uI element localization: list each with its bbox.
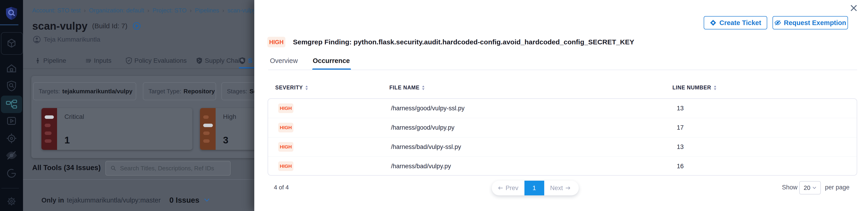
settings-gear-icon[interactable] [0,196,23,207]
file-name-cell: /harness/good/vulpy-ssl.py [391,105,465,112]
eye-off-icon [774,20,781,26]
all-tools-heading: All Tools (34 Issues) [32,164,100,172]
line-number-cell: 17 [677,124,684,131]
finding-details-drawer: Create Ticket Request Exemption HIGH Sem… [254,0,868,211]
close-icon[interactable] [848,2,860,14]
column-header-severity[interactable]: Severity [275,84,308,91]
target-type-filter-dropdown[interactable]: Target Type:Repository [143,82,216,100]
line-number-cell: 16 [677,163,684,170]
breadcrumb-separator: › [190,7,192,14]
tab-policy-evaluations[interactable]: Policy Evaluations [126,57,187,64]
rerun-build-icon[interactable] [132,22,141,31]
app-root: Account: STO test › Organization: defaul… [0,0,868,211]
breadcrumb: Account: STO test › Organization: defaul… [32,7,256,14]
column-header-line-number[interactable]: Line Number [673,84,717,91]
baseline-target: tejakummarikuntla/vulpy:master [67,197,161,204]
severity-card-label: High [223,113,236,120]
prev-page-button[interactable]: Prev [492,181,524,196]
high-bars-icon [200,108,216,150]
severity-card-count: 3 [223,135,228,146]
file-name-cell: /harness/good/vulpy.py [391,124,455,131]
expand-chevron-icon[interactable] [204,198,210,202]
show-label: Show [782,184,798,191]
targets-icon[interactable] [0,132,23,144]
only-in-label: Only in [41,197,64,204]
policy-shield-icon [126,57,132,64]
finding-title: Semgrep Finding: python.flask.security.a… [293,37,634,47]
pipelines-icon[interactable] [0,98,23,110]
user-name: Teja Kummarikuntla [44,36,100,43]
breadcrumb-pipelines[interactable]: Pipelines [195,7,219,14]
search-icon [111,165,117,172]
page-number-1[interactable]: 1 [524,181,544,196]
page-title: scan-vulpy [32,20,88,32]
line-number-cell: 13 [677,143,684,150]
breadcrumb-current-pipeline[interactable]: scan-vulpy [227,7,256,14]
breadcrumb-account[interactable]: Account: STO test [32,7,81,14]
critical-severity-card[interactable]: Critical 1 [41,108,192,150]
table-row[interactable]: HIGH /harness/bad/vulpy-ssl.py 13 [268,137,857,157]
sto-shield-logo-icon[interactable] [0,6,23,20]
supply-chain-shield-icon [196,57,203,64]
ticket-diamond-icon [710,19,717,26]
severity-badge: HIGH [278,161,293,171]
tab-supply-chain[interactable]: Supply Chain [196,57,243,64]
tab-inputs[interactable]: Inputs [85,57,112,64]
severity-badge: HIGH [278,103,293,113]
breadcrumb-separator: › [147,7,149,14]
tab-pipeline[interactable]: Pipeline [34,57,66,64]
tab-security-tests[interactable]: S [239,57,252,64]
occurrences-table: HIGH /harness/good/vulpy-ssl.py 13 HIGH … [268,98,857,176]
issues-count: 0 Issues [169,196,199,205]
table-row[interactable]: HIGH /harness/good/vulpy-ssl.py 13 [268,99,857,118]
arrow-right-icon [565,186,571,190]
severity-badge: HIGH [278,123,293,132]
file-name-cell: /harness/bad/vulpy.py [391,163,451,170]
targets-filter-dropdown[interactable]: Targets:tejakummarikuntla/vulpy [33,82,136,100]
executions-icon[interactable] [0,115,23,127]
request-exemption-button[interactable]: Request Exemption [773,16,848,29]
pagination-summary: 4 of 4 [274,184,289,191]
module-cube-icon[interactable] [0,37,23,49]
arrow-left-icon [498,186,503,190]
security-tests-tab-icon [239,57,246,64]
sort-icon [714,85,717,90]
security-tests-shield-icon[interactable] [0,80,23,92]
severity-card-count: 1 [64,135,70,146]
sort-icon [305,85,308,90]
search-input[interactable] [120,165,225,172]
breadcrumb-project[interactable]: Project: STO [152,7,186,14]
exemptions-eye-off-icon[interactable] [0,149,23,161]
pagination-control: Prev 1 Next [492,181,579,196]
per-page-label: per page [825,184,849,191]
tab-occurrence[interactable]: Occurrence [313,57,350,65]
next-page-button[interactable]: Next [544,181,577,196]
table-row[interactable]: HIGH /harness/good/vulpy.py 17 [268,118,857,137]
severity-badge: HIGH [278,142,293,152]
breadcrumb-separator: › [84,7,86,14]
left-nav-sidebar [0,0,23,211]
create-ticket-button[interactable]: Create Ticket [704,16,767,29]
severity-badge: HIGH [268,37,285,47]
getting-started-icon[interactable] [0,167,23,179]
user-avatar-icon [33,36,40,43]
column-header-file-name[interactable]: File Name [390,84,425,91]
severity-card-label: Critical [64,113,84,120]
pipeline-tab-icon [34,58,41,64]
sidebar-divider [0,24,19,25]
page-size-select[interactable]: 20 [799,181,821,195]
breadcrumb-separator: › [222,7,224,14]
sidebar-bottom-divider [1,188,19,188]
baseline-issues-row: Only in tejakummarikuntla/vulpy:master 0… [41,196,210,205]
home-icon[interactable] [0,63,23,74]
critical-bars-icon [41,108,57,150]
issues-search-box [105,161,230,176]
file-name-cell: /harness/bad/vulpy-ssl.py [391,143,461,150]
breadcrumb-organization[interactable]: Organization: default [89,7,144,14]
tab-overview[interactable]: Overview [270,57,298,65]
tabbar-border [268,70,857,70]
line-number-cell: 13 [677,105,684,112]
sort-icon [422,85,425,90]
inputs-tab-icon [85,58,92,64]
table-row[interactable]: HIGH /harness/bad/vulpy.py 16 [268,157,857,176]
